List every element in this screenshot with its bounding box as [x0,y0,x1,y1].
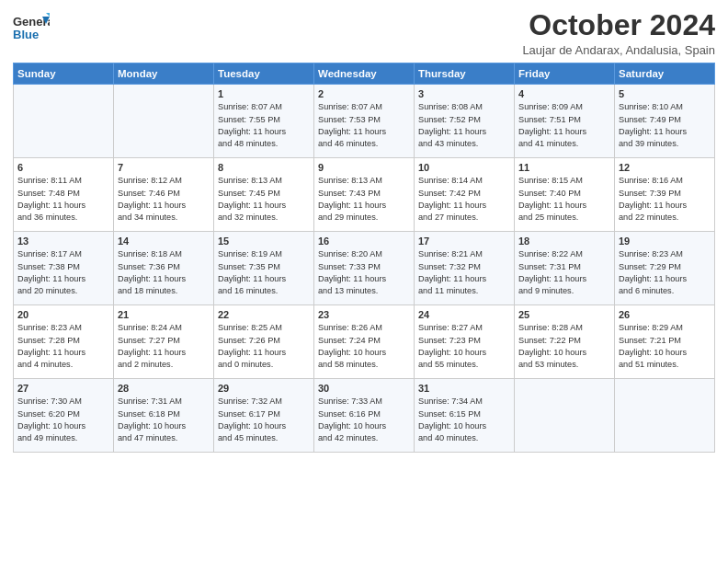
day-number: 31 [418,383,510,394]
logo: General Blue [13,9,48,44]
calendar-week-row: 13Sunrise: 8:17 AMSunset: 7:38 PMDayligh… [14,232,715,305]
calendar-cell: 28Sunrise: 7:31 AMSunset: 6:18 PMDayligh… [114,379,214,453]
calendar-cell: 17Sunrise: 8:21 AMSunset: 7:32 PMDayligh… [415,232,515,305]
weekday-header: Thursday [415,63,515,85]
calendar-cell: 20Sunrise: 8:23 AMSunset: 7:28 PMDayligh… [14,305,114,379]
day-number: 12 [619,162,711,173]
day-number: 9 [318,162,410,173]
day-number: 14 [118,236,210,247]
day-detail: Sunrise: 8:08 AMSunset: 7:52 PMDaylight:… [418,101,510,150]
day-number: 11 [518,162,610,173]
day-number: 1 [218,88,310,99]
day-number: 15 [218,236,310,247]
calendar-cell: 24Sunrise: 8:27 AMSunset: 7:23 PMDayligh… [415,305,515,379]
calendar-week-row: 20Sunrise: 8:23 AMSunset: 7:28 PMDayligh… [14,305,715,379]
day-number: 28 [118,383,210,394]
calendar-cell: 25Sunrise: 8:28 AMSunset: 7:22 PMDayligh… [515,305,615,379]
calendar-cell: 23Sunrise: 8:26 AMSunset: 7:24 PMDayligh… [314,305,415,379]
day-detail: Sunrise: 7:33 AMSunset: 6:16 PMDaylight:… [318,396,410,444]
day-detail: Sunrise: 8:26 AMSunset: 7:24 PMDaylight:… [318,322,410,371]
day-number: 4 [518,88,610,99]
day-detail: Sunrise: 8:07 AMSunset: 7:55 PMDaylight:… [218,101,310,150]
weekday-header: Tuesday [214,63,314,85]
calendar-header: SundayMondayTuesdayWednesdayThursdayFrid… [14,63,715,85]
day-number: 21 [118,309,210,320]
day-number: 5 [619,88,711,99]
calendar-cell: 6Sunrise: 8:11 AMSunset: 7:48 PMDaylight… [14,158,114,232]
day-number: 27 [17,383,109,394]
day-detail: Sunrise: 8:22 AMSunset: 7:31 PMDaylight:… [518,248,610,297]
day-detail: Sunrise: 8:18 AMSunset: 7:36 PMDaylight:… [118,248,210,297]
day-detail: Sunrise: 8:23 AMSunset: 7:29 PMDaylight:… [619,248,711,297]
month-title: October 2024 [522,9,715,41]
day-number: 17 [418,236,510,247]
day-number: 13 [17,236,109,247]
day-number: 25 [518,309,610,320]
day-number: 7 [118,162,210,173]
weekday-header: Sunday [14,63,114,85]
page-container: General Blue October 2024 Laujar de Anda… [0,0,728,460]
day-number: 6 [17,162,109,173]
calendar-cell: 29Sunrise: 7:32 AMSunset: 6:17 PMDayligh… [214,379,314,453]
weekday-header: Saturday [615,63,715,85]
day-number: 8 [218,162,310,173]
calendar-cell: 5Sunrise: 8:10 AMSunset: 7:49 PMDaylight… [615,85,715,158]
calendar-cell: 3Sunrise: 8:08 AMSunset: 7:52 PMDaylight… [415,85,515,158]
day-number: 29 [218,383,310,394]
calendar-week-row: 6Sunrise: 8:11 AMSunset: 7:48 PMDaylight… [14,158,715,232]
day-detail: Sunrise: 7:32 AMSunset: 6:17 PMDaylight:… [218,396,310,444]
day-detail: Sunrise: 7:34 AMSunset: 6:15 PMDaylight:… [418,396,510,444]
calendar-cell: 27Sunrise: 7:30 AMSunset: 6:20 PMDayligh… [14,379,114,453]
day-number: 3 [418,88,510,99]
calendar-cell: 2Sunrise: 8:07 AMSunset: 7:53 PMDaylight… [314,85,415,158]
calendar-cell: 8Sunrise: 8:13 AMSunset: 7:45 PMDaylight… [214,158,314,232]
day-detail: Sunrise: 8:24 AMSunset: 7:27 PMDaylight:… [118,322,210,371]
day-detail: Sunrise: 7:30 AMSunset: 6:20 PMDaylight:… [17,396,109,444]
calendar-cell: 26Sunrise: 8:29 AMSunset: 7:21 PMDayligh… [615,305,715,379]
day-detail: Sunrise: 8:29 AMSunset: 7:21 PMDaylight:… [619,322,711,371]
location: Laujar de Andarax, Andalusia, Spain [522,43,715,57]
day-detail: Sunrise: 8:28 AMSunset: 7:22 PMDaylight:… [518,322,610,371]
day-number: 26 [619,309,711,320]
day-number: 2 [318,88,410,99]
calendar-cell: 30Sunrise: 7:33 AMSunset: 6:16 PMDayligh… [314,379,415,453]
calendar-cell: 11Sunrise: 8:15 AMSunset: 7:40 PMDayligh… [515,158,615,232]
day-number: 10 [418,162,510,173]
calendar-cell: 18Sunrise: 8:22 AMSunset: 7:31 PMDayligh… [515,232,615,305]
weekday-header: Friday [515,63,615,85]
title-block: October 2024 Laujar de Andarax, Andalusi… [522,9,715,57]
day-detail: Sunrise: 8:07 AMSunset: 7:53 PMDaylight:… [318,101,410,150]
header: General Blue October 2024 Laujar de Anda… [13,9,715,57]
calendar-cell: 15Sunrise: 8:19 AMSunset: 7:35 PMDayligh… [214,232,314,305]
calendar-cell: 13Sunrise: 8:17 AMSunset: 7:38 PMDayligh… [14,232,114,305]
calendar-cell: 12Sunrise: 8:16 AMSunset: 7:39 PMDayligh… [615,158,715,232]
day-number: 20 [17,309,109,320]
calendar-cell [114,85,214,158]
day-detail: Sunrise: 8:20 AMSunset: 7:33 PMDaylight:… [318,248,410,297]
day-detail: Sunrise: 8:14 AMSunset: 7:42 PMDaylight:… [418,175,510,224]
day-number: 19 [619,236,711,247]
day-detail: Sunrise: 8:09 AMSunset: 7:51 PMDaylight:… [518,101,610,150]
day-number: 30 [318,383,410,394]
weekday-header: Monday [114,63,214,85]
day-detail: Sunrise: 8:16 AMSunset: 7:39 PMDaylight:… [619,175,711,224]
calendar-cell [515,379,615,453]
day-detail: Sunrise: 8:15 AMSunset: 7:40 PMDaylight:… [518,175,610,224]
svg-text:Blue: Blue [13,28,39,41]
calendar-week-row: 1Sunrise: 8:07 AMSunset: 7:55 PMDaylight… [14,85,715,158]
day-detail: Sunrise: 8:23 AMSunset: 7:28 PMDaylight:… [17,322,109,371]
calendar-cell: 16Sunrise: 8:20 AMSunset: 7:33 PMDayligh… [314,232,415,305]
day-detail: Sunrise: 8:10 AMSunset: 7:49 PMDaylight:… [619,101,711,150]
weekday-header: Wednesday [314,63,415,85]
day-detail: Sunrise: 8:25 AMSunset: 7:26 PMDaylight:… [218,322,310,371]
calendar-cell: 31Sunrise: 7:34 AMSunset: 6:15 PMDayligh… [415,379,515,453]
calendar-cell [14,85,114,158]
day-detail: Sunrise: 8:13 AMSunset: 7:45 PMDaylight:… [218,175,310,224]
day-detail: Sunrise: 8:27 AMSunset: 7:23 PMDaylight:… [418,322,510,371]
day-detail: Sunrise: 8:21 AMSunset: 7:32 PMDaylight:… [418,248,510,297]
calendar-body: 1Sunrise: 8:07 AMSunset: 7:55 PMDaylight… [14,85,715,453]
day-detail: Sunrise: 8:19 AMSunset: 7:35 PMDaylight:… [218,248,310,297]
day-number: 23 [318,309,410,320]
day-detail: Sunrise: 8:11 AMSunset: 7:48 PMDaylight:… [17,175,109,224]
calendar-table: SundayMondayTuesdayWednesdayThursdayFrid… [13,63,715,453]
